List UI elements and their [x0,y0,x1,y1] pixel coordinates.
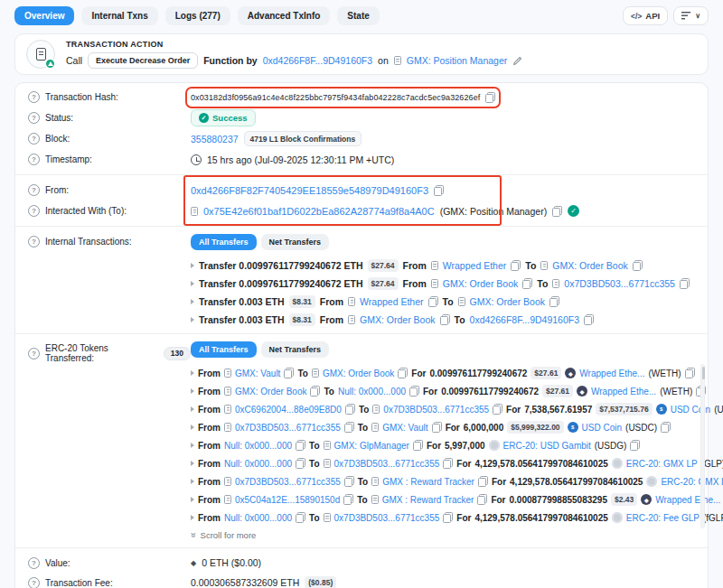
copy-icon[interactable] [398,368,408,378]
help-icon[interactable]: ? [28,133,40,145]
copy-icon[interactable] [344,476,354,487]
to-link[interactable]: 0x7D3BD503...6771cc355 [334,513,440,523]
to-link[interactable]: 0x7D3BD503...6771cc355 [334,459,440,469]
to-link[interactable]: GMX: Order Book [552,260,627,271]
copy-icon[interactable] [552,206,562,217]
copy-icon[interactable] [661,422,671,433]
api-button[interactable]: </> API [623,6,668,25]
help-icon[interactable]: ? [28,577,40,588]
from-link[interactable]: GMX: Order Book [360,314,435,325]
help-icon[interactable]: ? [28,348,40,359]
token-link[interactable]: ERC-20: USD Gambit [503,441,591,451]
from-link[interactable]: 0x7D3BD503...6771cc355 [235,423,341,433]
to-link[interactable]: 0x7D3BD503...6771cc355 [564,278,675,289]
internal-all-transfers-toggle[interactable]: All Transfers [191,234,257,250]
help-icon[interactable]: ? [28,236,40,247]
expand-caret-icon[interactable] [191,263,194,268]
token-link[interactable]: ERC-20: Fee GLP [626,513,700,523]
copy-icon[interactable] [477,494,487,505]
to-link[interactable]: 0x7D3BD503...6771cc355 [383,405,489,415]
copy-icon[interactable] [344,422,354,433]
copy-icon[interactable] [680,278,690,289]
copy-icon[interactable] [409,386,419,397]
token-link[interactable]: ERC-20: GMX LP [661,477,723,487]
expand-caret-icon[interactable] [191,281,194,286]
internal-net-transfers-toggle[interactable]: Net Transfers [261,234,330,250]
copy-icon[interactable] [685,368,695,378]
expand-caret-icon[interactable] [191,425,194,430]
expand-caret-icon[interactable] [191,461,194,466]
copy-icon[interactable] [343,494,353,505]
help-icon[interactable]: ? [28,91,40,103]
token-link[interactable]: ERC-20: GMX LP [626,459,698,469]
expand-caret-icon[interactable] [191,299,194,304]
tab-state[interactable]: State [337,6,379,25]
block-number-link[interactable]: 355880237 [191,134,239,145]
erc20-all-transfers-toggle[interactable]: All Transfers [191,341,257,358]
copy-icon[interactable] [633,260,643,271]
token-link[interactable]: Wrapped Ethe... [579,369,644,378]
token-link[interactable]: Wrapped Ethe... [655,495,720,505]
from-link[interactable]: 0xC6962004...88e09E8D0 [235,405,342,415]
expand-caret-icon[interactable] [191,388,194,394]
copy-icon[interactable] [284,368,294,378]
method-button[interactable]: Execute Decrease Order [88,52,198,69]
from-link[interactable]: GMX: Order Book [235,387,306,397]
copy-icon[interactable] [434,185,444,196]
from-link[interactable]: GMX: Order Book [443,278,518,289]
contract-link[interactable]: GMX: Position Manager [407,55,507,66]
from-link[interactable]: 0x7D3BD503...6771cc355 [235,477,341,487]
from-link[interactable]: Wrapped Ether [443,260,506,271]
copy-icon[interactable] [485,92,495,103]
copy-icon[interactable] [493,404,502,415]
expand-caret-icon[interactable] [191,497,194,502]
copy-icon[interactable] [296,512,305,523]
to-link[interactable]: GMX: Order Book [323,369,394,378]
copy-icon[interactable] [440,314,450,325]
copy-icon[interactable] [345,404,355,415]
copy-icon[interactable] [432,422,442,433]
help-icon[interactable]: ? [28,154,40,165]
copy-icon[interactable] [478,476,488,487]
tab-logs[interactable]: Logs (277) [165,6,230,25]
expand-caret-icon[interactable] [191,515,194,520]
erc20-net-transfers-toggle[interactable]: Net Transfers [261,341,330,358]
copy-icon[interactable] [443,512,453,523]
help-icon[interactable]: ? [28,184,40,196]
to-link[interactable]: GMX : Reward Tracker [382,495,474,505]
expand-caret-icon[interactable] [191,317,194,322]
copy-icon[interactable] [310,386,320,397]
copy-icon[interactable] [522,278,532,289]
view-options-button[interactable]: ∨ [673,6,709,25]
copy-icon[interactable] [413,440,423,451]
help-icon[interactable]: ? [28,205,40,217]
expand-caret-icon[interactable] [191,443,194,448]
to-link[interactable]: GMX : Reward Tracker [382,477,474,487]
copy-icon[interactable] [549,296,559,307]
tab-advanced-txinfo[interactable]: Advanced TxInfo [238,6,331,25]
copy-icon[interactable] [630,440,640,451]
from-link[interactable]: 0x5C04a12E...15890150d [235,495,340,505]
copy-icon[interactable] [296,458,305,469]
from-address-link[interactable]: 0xd4266F8F82F7405429EE18559e548979D49160… [191,185,428,196]
help-icon[interactable]: ? [28,557,40,569]
to-address-link[interactable]: 0x75E42e6f01baf1D6022bEa862A28774a9f8a4A… [203,206,435,217]
to-link[interactable]: GMX: Order Book [470,296,545,307]
copy-icon[interactable] [296,440,305,451]
expand-caret-icon[interactable] [191,370,194,376]
from-link[interactable]: Null: 0x000...000 [224,441,292,451]
to-link[interactable]: Null: 0x000...000 [338,387,406,397]
caller-address-link[interactable]: 0xd4266F8F...9D49160F3 [263,55,372,66]
erc20-scrollbar-thumb[interactable] [702,367,705,379]
from-link[interactable]: Wrapped Ether [360,296,423,307]
scroll-for-more[interactable]: « Scroll for more [191,527,256,543]
token-link[interactable]: USD Coin [582,423,622,433]
help-icon[interactable]: ? [28,112,40,124]
edit-pencil-icon[interactable] [512,56,522,66]
token-link[interactable]: Wrapped Ethe... [591,387,656,397]
from-link[interactable]: Null: 0x000...000 [224,513,292,523]
to-link[interactable]: 0xd4266F8F...9D49160F3 [470,314,579,325]
from-link[interactable]: GMX: Vault [235,369,280,378]
erc20-scrollbar[interactable] [700,364,705,528]
copy-icon[interactable] [443,458,453,469]
